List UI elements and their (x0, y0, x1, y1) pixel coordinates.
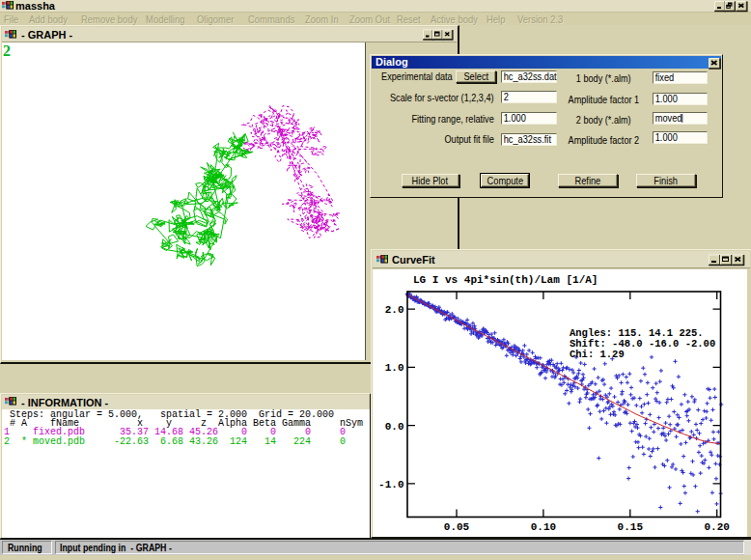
svg-text:LG I vs 4pi*sin(th)/Lam [1/A]: LG I vs 4pi*sin(th)/Lam [1/A] (413, 274, 598, 286)
svg-text:0.20: 0.20 (704, 521, 729, 533)
svg-text:2: 2 (3, 42, 11, 59)
svg-text:0.15: 0.15 (618, 521, 644, 533)
svg-text:1.0: 1.0 (385, 362, 404, 374)
svg-text:0.0: 0.0 (385, 421, 404, 433)
svg-text:0.05: 0.05 (444, 521, 470, 533)
svg-text:0.10: 0.10 (531, 521, 556, 533)
svg-text:Chi: 1.29: Chi: 1.29 (570, 349, 625, 360)
svg-text:2.0: 2.0 (385, 304, 404, 316)
svg-text:-1.0: -1.0 (378, 479, 403, 490)
